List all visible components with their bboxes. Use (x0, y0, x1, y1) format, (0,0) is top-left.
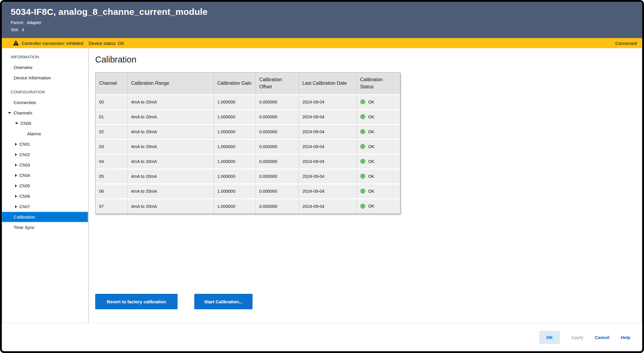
cell-range: 4mA to 20mA (127, 169, 214, 184)
cell-channel: 04 (95, 154, 127, 169)
expand-arrow-icon[interactable] (15, 164, 17, 167)
device-status: Device status: OK (89, 41, 124, 46)
cell-channel: 05 (95, 169, 127, 184)
device-profile-window: 5034-IF8C, analog_8_channe_current_modul… (0, 0, 644, 353)
expand-arrow-icon[interactable] (15, 174, 17, 177)
status-ok-icon (360, 204, 365, 209)
controller-connection-status: Controller connection: Inhibited (22, 41, 83, 46)
col-header-last-calibration-date: Last Calibration Date (299, 73, 356, 95)
status-ok-icon (360, 144, 365, 149)
sidebar-item-ch02[interactable]: Ch02 (2, 149, 88, 160)
cell-range: 4mA to 20mA (127, 124, 214, 139)
collapse-arrow-icon[interactable] (8, 112, 11, 114)
cell-gain: 1.000000 (214, 109, 256, 124)
cell-date: 2024-09-04 (299, 154, 356, 169)
sidebar-item-label: Ch01 (19, 142, 30, 147)
status-label: OK (368, 100, 375, 104)
cell-gain: 1.000000 (214, 139, 256, 154)
table-row: 05 4mA to 20mA 1.000000 0.000000 2024-09… (95, 169, 400, 184)
col-header-calibration-range: Calibration Range (127, 73, 214, 95)
slot-row: Slot: 4 (11, 27, 633, 32)
cell-date: 2024-09-04 (299, 124, 356, 139)
parent-row: Parent: Adapter (11, 20, 633, 25)
col-header-calibration-status: Calibration Status (356, 73, 400, 95)
cell-date: 2024-09-04 (299, 199, 356, 214)
cell-range: 4mA to 20mA (127, 95, 214, 109)
cell-range: 4mA to 20mA (127, 139, 214, 154)
revert-to-factory-calibration-button[interactable]: Revert to factory calibration (95, 294, 178, 309)
collapse-arrow-icon[interactable] (15, 123, 18, 124)
cell-range: 4mA to 20mA (127, 199, 214, 214)
sidebar-item-connection[interactable]: Connection (2, 97, 88, 108)
status-ok-icon (360, 114, 365, 119)
expand-arrow-icon[interactable] (15, 195, 17, 198)
status-label: OK (368, 189, 375, 194)
expand-arrow-icon[interactable] (15, 143, 17, 146)
slot-label: Slot: (11, 27, 19, 32)
cell-range: 4mA to 20mA (127, 154, 214, 169)
sidebar-item-label: Alarms (27, 131, 41, 136)
sidebar-item-calibration[interactable]: Calibration (2, 212, 88, 222)
table-row: 00 4mA to 20mA 1.000000 0.000000 2024-09… (95, 95, 400, 109)
cancel-button[interactable]: Cancel (595, 335, 609, 340)
cell-status: OK (356, 169, 400, 184)
sidebar-item-overview[interactable]: Overview (2, 62, 88, 73)
sidebar-item-ch00[interactable]: Ch00 (2, 118, 88, 128)
status-ok-icon (360, 189, 365, 194)
cell-date: 2024-09-04 (299, 139, 356, 154)
sidebar-item-ch06[interactable]: Ch06 (2, 191, 88, 201)
sidebar-section-configuration: CONFIGURATION (2, 87, 88, 97)
calibration-table: Channel Calibration Range Calibration Ga… (95, 72, 400, 214)
status-label: OK (368, 174, 375, 179)
cell-status: OK (356, 154, 400, 169)
sidebar-item-label: Device Information (14, 75, 51, 80)
table-row: 03 4mA to 20mA 1.000000 0.000000 2024-09… (95, 139, 400, 154)
sidebar-item-label: Overview (14, 65, 32, 70)
cell-status: OK (356, 184, 400, 199)
start-calibration-button[interactable]: Start Calibration... (194, 294, 253, 309)
footer-bar: OK Apply Cancel Help (2, 323, 642, 351)
col-header-calibration-gain: Calibration Gain (214, 73, 256, 95)
status-ok-icon (360, 174, 365, 179)
cell-range: 4mA to 20mA (127, 184, 214, 199)
table-row: 07 4mA to 20mA 1.000000 0.000000 2024-09… (95, 199, 400, 214)
sidebar-item-label: Calibration (14, 214, 35, 219)
sidebar-item-ch03[interactable]: Ch03 (2, 160, 88, 170)
parent-value: Adapter (27, 20, 41, 25)
cell-status: OK (356, 124, 400, 139)
cell-status: OK (356, 199, 400, 214)
sidebar-item-alarms[interactable]: Alarms (2, 128, 88, 139)
titlebar: 5034-IF8C, analog_8_channe_current_modul… (2, 2, 642, 38)
sidebar-item-label: Time Sync (14, 225, 35, 230)
sidebar-item-ch04[interactable]: Ch04 (2, 170, 88, 181)
main-content: Calibration Channel Calibration Range Ca… (89, 48, 642, 323)
expand-arrow-icon[interactable] (15, 153, 17, 156)
alert-bar: Controller connection: Inhibited Device … (2, 38, 642, 48)
expand-arrow-icon[interactable] (15, 205, 17, 208)
status-label: OK (368, 114, 375, 119)
apply-button[interactable]: Apply (571, 335, 584, 340)
status-label: OK (368, 144, 375, 149)
parent-label: Parent: (11, 20, 24, 25)
cell-channel: 06 (95, 184, 127, 199)
sidebar-item-device-information[interactable]: Device Information (2, 73, 88, 83)
sidebar-item-ch07[interactable]: Ch07 (2, 201, 88, 212)
expand-arrow-icon[interactable] (15, 184, 17, 187)
calibration-heading: Calibration (95, 55, 642, 65)
ok-button[interactable]: OK (539, 331, 560, 344)
sidebar-item-channels[interactable]: Channels (2, 108, 88, 118)
sidebar-item-ch05[interactable]: Ch05 (2, 181, 88, 191)
help-button[interactable]: Help (621, 335, 630, 340)
status-label: OK (368, 129, 375, 134)
cell-gain: 1.000000 (214, 95, 256, 109)
slot-value: 4 (22, 27, 24, 32)
cell-date: 2024-09-04 (299, 169, 356, 184)
cell-channel: 07 (95, 199, 127, 214)
page-title: 5034-IF8C, analog_8_channe_current_modul… (11, 6, 633, 18)
sidebar-item-ch01[interactable]: Ch01 (2, 139, 88, 149)
sidebar-nav: INFORMATION Overview Device Information … (2, 48, 89, 323)
sidebar-item-time-sync[interactable]: Time Sync (2, 222, 88, 233)
sidebar-section-information: INFORMATION (2, 52, 88, 62)
sidebar-item-label: Ch02 (19, 152, 30, 157)
cell-date: 2024-09-04 (299, 184, 356, 199)
